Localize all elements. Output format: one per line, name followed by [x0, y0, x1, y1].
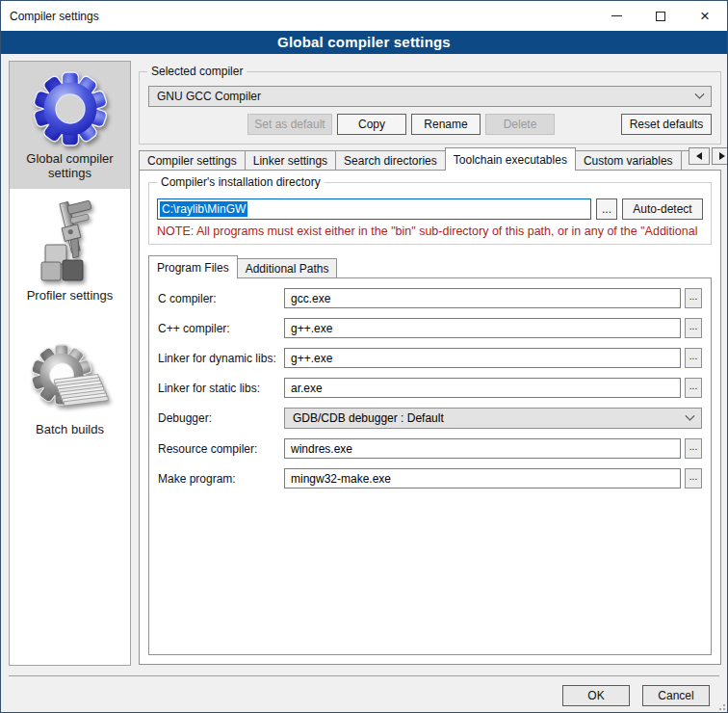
installation-directory-selected-text: C:\raylib\MinGW — [160, 201, 247, 217]
compiler-settings-dialog: Compiler settings × Global compiler sett… — [0, 0, 728, 713]
form-row-dynamic-linker: Linker for dynamic libs: g++.exe ... — [158, 348, 702, 368]
tab-scroll-right-button[interactable] — [712, 147, 728, 165]
close-icon: × — [700, 8, 710, 24]
form-row-cpp-compiler: C++ compiler: g++.exe ... — [158, 318, 702, 338]
sidebar-item-batch-builds[interactable]: Batch builds — [10, 334, 130, 445]
copy-button[interactable]: Copy — [337, 114, 406, 135]
cpp-compiler-input[interactable]: g++.exe — [284, 318, 681, 338]
sidebar-item-label: Global compiler settings — [10, 148, 130, 189]
installation-directory-row: C:\raylib\MinGW ... Auto-detect — [157, 198, 703, 220]
cancel-button[interactable]: Cancel — [642, 685, 710, 706]
caliper-icon — [32, 200, 109, 285]
compiler-actions: Set as default Copy Rename Delete Reset … — [148, 114, 712, 135]
field-label: C compiler: — [158, 292, 284, 305]
installation-directory-input[interactable]: C:\raylib\MinGW — [157, 198, 591, 220]
installation-directory-legend: Compiler's installation directory — [157, 175, 325, 189]
field-label: Linker for static libs: — [158, 382, 284, 395]
titlebar: Compiler settings × — [1, 1, 727, 31]
tab-compiler-settings[interactable]: Compiler settings — [139, 150, 246, 170]
field-label: Make program: — [158, 472, 284, 486]
c-compiler-browse-button[interactable]: ... — [685, 288, 702, 308]
blue-gear-icon — [31, 69, 110, 148]
bin-subdirectory-note: NOTE: All programs must exist either in … — [157, 224, 703, 238]
page-title: Global compiler settings — [1, 31, 727, 54]
form-row-debugger: Debugger: GDB/CDB debugger : Default — [158, 408, 702, 429]
resize-grip[interactable] — [715, 700, 725, 710]
ok-button[interactable]: OK — [562, 685, 630, 706]
tab-toolchain-executables[interactable]: Toolchain executables — [445, 147, 576, 171]
arrow-left-icon — [696, 152, 702, 160]
footer-divider — [9, 675, 719, 676]
static-linker-browse-button[interactable]: ... — [685, 378, 702, 398]
dynamic-linker-browse-button[interactable]: ... — [685, 348, 702, 368]
gray-gear-stack-icon — [31, 342, 110, 419]
window-controls: × — [594, 1, 727, 31]
form-row-resource-compiler: Resource compiler: windres.exe ... — [158, 438, 702, 459]
sidebar-item-label: Profiler settings — [10, 285, 130, 311]
sidebar-item-label: Batch builds — [10, 419, 130, 445]
main-content: Selected compiler GNU GCC Compiler Set a… — [139, 61, 721, 665]
sidebar-item-profiler-settings[interactable]: Profiler settings — [10, 193, 130, 311]
program-files-pane: C compiler: gcc.exe ... C++ compiler: g+… — [148, 277, 712, 655]
window-title: Compiler settings — [1, 10, 99, 23]
minimize-icon — [611, 15, 622, 16]
compiler-select[interactable]: GNU GCC Compiler — [148, 86, 712, 107]
cpp-compiler-browse-button[interactable]: ... — [685, 318, 702, 338]
tab-search-directories[interactable]: Search directories — [335, 150, 446, 170]
program-tabs: Program Files Additional Paths — [148, 253, 712, 277]
resource-compiler-browse-button[interactable]: ... — [685, 438, 702, 459]
form-row-static-linker: Linker for static libs: ar.exe ... — [158, 378, 702, 398]
sidebar-item-global-compiler-settings[interactable]: Global compiler settings — [10, 62, 130, 189]
tab-additional-paths[interactable]: Additional Paths — [237, 258, 338, 277]
field-label: Debugger: — [158, 411, 284, 425]
make-program-browse-button[interactable]: ... — [685, 468, 702, 489]
debugger-select[interactable]: GDB/CDB debugger : Default — [284, 408, 702, 429]
selected-compiler-group: Selected compiler GNU GCC Compiler Set a… — [139, 71, 721, 145]
form-row-c-compiler: C compiler: gcc.exe ... — [158, 288, 702, 308]
delete-button[interactable]: Delete — [485, 114, 555, 135]
maximize-icon — [656, 12, 665, 21]
settings-category-sidebar: Global compiler settings — [9, 61, 131, 666]
chevron-down-icon — [686, 410, 695, 420]
tab-linker-settings[interactable]: Linker settings — [245, 150, 336, 170]
resource-compiler-input[interactable]: windres.exe — [284, 438, 681, 459]
rename-button[interactable]: Rename — [411, 114, 481, 135]
dynamic-linker-input[interactable]: g++.exe — [284, 348, 681, 368]
compiler-select-value: GNU GCC Compiler — [157, 90, 261, 103]
auto-detect-button[interactable]: Auto-detect — [622, 198, 703, 220]
form-row-make-program: Make program: mingw32-make.exe ... — [158, 468, 702, 489]
set-as-default-button[interactable]: Set as default — [247, 114, 332, 135]
field-label: C++ compiler: — [158, 322, 284, 335]
maximize-button[interactable] — [638, 1, 683, 31]
static-linker-input[interactable]: ar.exe — [284, 378, 681, 398]
arrow-right-icon — [719, 152, 725, 160]
selected-compiler-legend: Selected compiler — [147, 65, 247, 78]
tab-scroll-left-button[interactable] — [689, 147, 710, 165]
installation-directory-group: Compiler's installation directory C:\ray… — [148, 182, 712, 245]
tab-scroll-buttons — [689, 147, 728, 165]
tab-custom-variables[interactable]: Custom variables — [575, 150, 682, 170]
dialog-buttons: OK Cancel — [562, 685, 710, 706]
browse-directory-button[interactable]: ... — [596, 198, 617, 220]
debugger-select-value: GDB/CDB debugger : Default — [293, 411, 444, 425]
close-button[interactable]: × — [683, 1, 727, 31]
c-compiler-input[interactable]: gcc.exe — [284, 288, 681, 308]
toolchain-executables-pane: Compiler's installation directory C:\ray… — [139, 170, 721, 665]
field-label: Resource compiler: — [158, 442, 284, 456]
settings-tabs: Compiler settings Linker settings Search… — [139, 145, 721, 170]
field-label: Linker for dynamic libs: — [158, 352, 284, 365]
tab-program-files[interactable]: Program Files — [148, 255, 238, 278]
minimize-button[interactable] — [594, 1, 638, 31]
make-program-input[interactable]: mingw32-make.exe — [284, 468, 681, 489]
chevron-down-icon — [695, 89, 705, 98]
reset-defaults-button[interactable]: Reset defaults — [621, 114, 712, 135]
